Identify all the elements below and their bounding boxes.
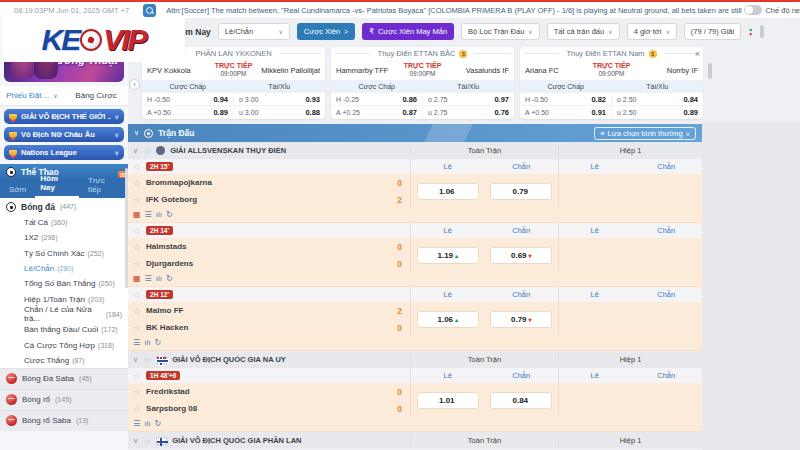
even-odds-button[interactable]: 0.79 — [490, 183, 552, 200]
over-odds-cell[interactable]: o 3.000.93 — [233, 93, 325, 105]
search-icon[interactable] — [143, 4, 156, 17]
match-filter-select[interactable]: Bộ Lọc Trận Đấu ∨ — [461, 23, 540, 40]
star-icon[interactable]: ☆ — [133, 178, 141, 188]
sidebar-item-odd-even[interactable]: Lẻ/Chẵn(280) — [0, 261, 128, 276]
featured-panel[interactable]: Thụy Điển ETTAN Nam$ Ariana FC TRỰC TIẾP… — [520, 47, 703, 119]
odd-odds-button[interactable]: 1.06▴ — [417, 311, 479, 328]
time-window-select[interactable]: 4 giờ tới ∨ — [627, 23, 677, 40]
sidebar-item-mix-parlay[interactable]: Cá Cược Tổng Hợp(318) — [0, 337, 128, 352]
tab-bet-board[interactable]: Bảng Cược — [64, 86, 128, 105]
tab-bet-slip[interactable]: Phiếu Đặt ... ∨ — [0, 86, 64, 105]
star-icon[interactable]: ☆ — [133, 290, 141, 300]
tab-live[interactable]: Trực tiếp 203 — [83, 174, 124, 198]
sidebar-item-first-last-goal[interactable]: Bàn thắng Đầu/ Cuối(172) — [0, 322, 128, 337]
sidebar-item-basketball[interactable]: Bóng rổ (145) — [0, 389, 128, 410]
handicap-odds-cell[interactable]: A +0.500.89 — [142, 106, 233, 118]
collapse-panels-button[interactable]: ‹ — [129, 79, 140, 90]
view-mode-button[interactable]: ≡ Lựa chọn bình thường ∨ — [594, 127, 696, 140]
tab-bet-slip-label: Phiếu Đặt ... — [6, 91, 50, 100]
sidebar-item-total-goals[interactable]: Tổng Số Bàn Thắng(250) — [0, 276, 128, 291]
panels-scrollbar[interactable] — [708, 63, 712, 79]
sidebar-item-world-cup[interactable]: GIẢI VÔ ĐỊCH THẾ GIỚI ... ∨ — [4, 109, 124, 124]
star-icon[interactable]: ☆ — [133, 259, 141, 269]
refresh-icon[interactable]: ↻ — [154, 338, 161, 348]
star-icon[interactable]: ☆ — [133, 306, 141, 316]
star-icon[interactable]: ☆ — [133, 242, 141, 252]
chevron-down-icon[interactable]: ∨ — [134, 129, 139, 137]
refresh-icon[interactable]: ↻ — [166, 210, 173, 220]
star-icon[interactable]: ☆ — [133, 371, 141, 381]
star-icon[interactable]: ☆ — [133, 323, 141, 333]
odds-value: 0.69 — [511, 251, 527, 260]
markets-list-icon[interactable]: ☰ — [145, 274, 152, 284]
tab-early[interactable]: Sớm — [4, 183, 31, 198]
under-odds-cell[interactable]: u 3.000.88 — [233, 106, 325, 118]
odd-odds-button[interactable]: 1.19▴ — [417, 247, 479, 264]
panel-league-name: PHẦN LAN YKKONEN — [195, 49, 271, 58]
star-icon[interactable]: ☆ — [143, 436, 151, 446]
star-icon[interactable]: ☆ — [143, 355, 151, 365]
all-matches-select[interactable]: Tất cả trận đấu ∨ — [547, 23, 620, 40]
over-odds-cell[interactable]: o 2.750.97 — [422, 93, 514, 105]
dark-mode-toggle-group[interactable]: Chế độ nề — [744, 5, 800, 15]
featured-panel[interactable]: Thụy Điển ETTAN BẮC$ Hammarby TFF TRỰC T… — [331, 47, 514, 119]
league-header[interactable]: ∨ ☆ GIẢI VÔ ĐỊCH QUỐC GIA PHẦN LAN Toàn … — [128, 432, 702, 449]
odd-odds-button[interactable]: 1.06 — [417, 183, 479, 200]
refresh-icon[interactable]: ↻ — [154, 419, 161, 429]
star-icon[interactable]: ☆ — [143, 146, 151, 156]
lucky-parlay-button[interactable]: ₹ Cược Xiên May Mắn — [362, 23, 454, 40]
star-icon[interactable]: ☆ — [133, 195, 141, 205]
tab-today[interactable]: Hôm Nay — [35, 172, 79, 198]
stats-icon[interactable]: ılı — [156, 274, 162, 284]
sidebar-item-womens-euro[interactable]: Vô Địch Nữ Châu Âu ∨ — [4, 127, 124, 142]
star-icon[interactable]: ☆ — [133, 387, 141, 397]
handicap-odds-cell[interactable]: H -0.500.82 — [520, 93, 611, 105]
sidebar-item-football[interactable]: Bóng đá (447) — [0, 198, 128, 215]
star-icon[interactable]: ☆ — [133, 226, 141, 236]
close-icon[interactable]: × — [695, 49, 700, 59]
league-count-chip[interactable]: (79 / 79) Giải — [684, 23, 741, 40]
sidebar-item-correct-score[interactable]: Tỷ Số Chính Xác(252) — [0, 246, 128, 261]
stats-icon[interactable]: ılı — [144, 338, 150, 348]
handicap-odds-cell[interactable]: A +0.250.87 — [331, 106, 422, 118]
chevron-down-icon[interactable]: ∨ — [133, 437, 138, 445]
chevron-down-icon[interactable]: ∨ — [133, 147, 138, 155]
dark-mode-toggle[interactable] — [744, 5, 762, 15]
star-icon[interactable]: ☆ — [133, 404, 141, 414]
stats-icon[interactable]: ılı — [156, 210, 162, 220]
odd-odds-button[interactable]: 1.01 — [417, 392, 479, 409]
pitch-view-icon[interactable]: ▦ — [133, 274, 141, 284]
pitch-view-icon[interactable]: ▦ — [133, 210, 141, 220]
keovip-logo[interactable]: KE VIP — [2, 18, 185, 62]
even-odds-button[interactable]: 0.79▾ — [490, 311, 552, 328]
markets-list-icon[interactable]: ☰ — [133, 419, 140, 429]
even-odds-button[interactable]: 0.84 — [490, 392, 552, 409]
sidebar-item-nations-league[interactable]: Nations League ∨ — [4, 145, 124, 160]
refresh-icon[interactable]: ↻ — [166, 274, 173, 284]
bet-type-select[interactable]: Lẻ/Chẵn ∨ — [218, 23, 290, 40]
handicap-odds-cell[interactable]: A +0.500.91 — [520, 106, 611, 118]
sidebar-item-saba-basketball[interactable]: Bóng rổ Saba (13) — [0, 410, 128, 431]
even-odds-button[interactable]: 0.69▾ — [490, 247, 552, 264]
sidebar-item-half-odd-even[interactable]: Chẵn / Lẻ của Nửa trậ...(184) — [0, 307, 128, 322]
handicap-odds-cell[interactable]: H -0.500.94 — [142, 93, 233, 105]
markets-list-icon[interactable]: ☰ — [133, 338, 140, 348]
parlay-button[interactable]: Cược Xiên > — [297, 23, 355, 40]
markets-list-icon[interactable]: ☰ — [145, 210, 152, 220]
league-header[interactable]: ∨ ☆ GIẢI VÔ ĐỊCH QUỐC GIA NA UY Toàn Trậ… — [128, 351, 702, 368]
handicap-odds-cell[interactable]: H -0.250.86 — [331, 93, 422, 105]
under-odds-cell[interactable]: u 2.500.89 — [611, 106, 703, 118]
sort-icon[interactable]: ▲ ▼ — [748, 27, 753, 36]
over-odds-cell[interactable]: o 2.500.84 — [611, 93, 703, 105]
sidebar-item-1x2[interactable]: 1X2(298) — [0, 230, 128, 245]
league-header[interactable]: ∨ ☆ GIẢI ALLSVENSKAN THỤY ĐIỂN Toàn Trận… — [128, 142, 702, 159]
chevron-down-icon[interactable]: ∨ — [133, 356, 138, 364]
sidebar-item-saba-football[interactable]: Bóng Đá Saba (45) — [0, 368, 128, 389]
toolbar-scrollbar[interactable] — [760, 25, 764, 38]
sidebar-item-outright[interactable]: Cược Thắng(87) — [0, 353, 128, 368]
under-odds-cell[interactable]: u 2.750.76 — [422, 106, 514, 118]
kickoff-time: 09:00PM — [598, 70, 624, 77]
sidebar-item-all[interactable]: Tất Cả(360) — [0, 215, 128, 230]
star-icon[interactable]: ☆ — [133, 162, 141, 172]
stats-icon[interactable]: ılı — [144, 419, 150, 429]
